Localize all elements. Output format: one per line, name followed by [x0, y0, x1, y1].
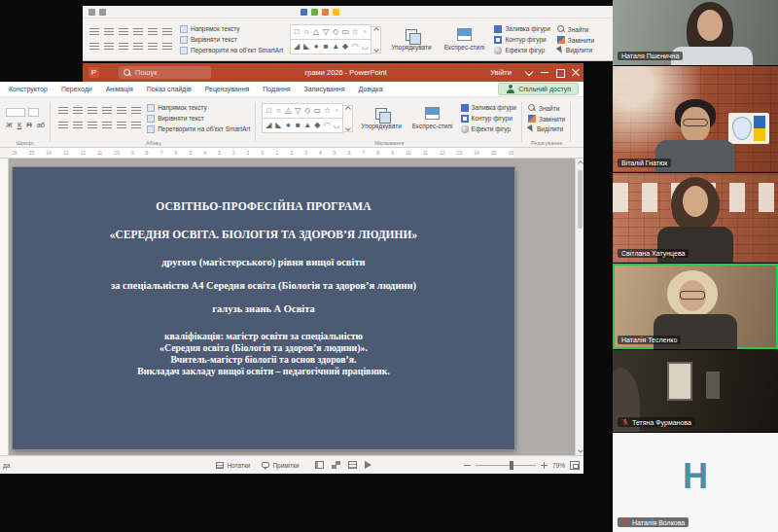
participant-tile[interactable]: Світлана Хатунцева — [613, 173, 778, 263]
shape-fill-button[interactable]: Заливка фігури — [494, 25, 549, 33]
convert-smartart-button[interactable]: Перетворити на об'єкт SmartArt — [180, 47, 283, 54]
shapes-scrollbar[interactable] — [343, 105, 353, 132]
shape-icon[interactable]: ☆ — [350, 26, 360, 38]
shapes-scrollbar[interactable] — [371, 26, 381, 53]
shape-icon[interactable]: ▭ — [340, 26, 350, 38]
shape-icon[interactable]: ◆ — [340, 41, 350, 53]
shape-icon[interactable]: ◣ — [301, 41, 311, 53]
zoom-out-icon[interactable] — [464, 465, 471, 466]
shape-icon[interactable]: ◢ — [292, 41, 301, 53]
shape-icon[interactable]: ◠ — [350, 41, 360, 53]
shape-icon[interactable]: ▲ — [302, 120, 312, 131]
slideshow-icon[interactable] — [365, 461, 371, 469]
ribbon-tab[interactable]: Конструктор — [2, 82, 54, 96]
shape-outline-button[interactable]: Контур фігури — [461, 115, 516, 123]
close-button[interactable] — [568, 63, 584, 82]
participant-tile[interactable]: Тетяна Фурманова — [613, 350, 778, 432]
ribbon-tab[interactable]: Подання — [256, 82, 297, 96]
fit-slide-icon[interactable] — [570, 461, 580, 470]
normal-view-icon[interactable] — [315, 461, 324, 469]
shape-icon[interactable]: ◣ — [273, 120, 283, 131]
convert-smartart-button[interactable]: Перетворити на об'єкт SmartArt — [147, 125, 250, 133]
select-button[interactable]: Виділити — [557, 47, 594, 53]
participant-tile[interactable]: Наталя Пшенична — [613, 0, 778, 65]
shape-icon[interactable]: △ — [311, 26, 321, 38]
shapes-gallery[interactable]: □○△▽◇▭☆◦ ◢◣●■▲◆◠◡ — [290, 24, 381, 54]
shape-effects-button[interactable]: Ефекти фігур — [494, 47, 549, 54]
font-format-button[interactable]: К — [18, 121, 21, 129]
shape-icon[interactable]: ◢ — [264, 120, 273, 131]
slide-canvas[interactable]: ОСВІТНЬО-ПРОФЕСІЙНА ПРОГРАМА «СЕРЕДНЯ ОС… — [13, 167, 514, 449]
ribbon-options-icon[interactable] — [521, 63, 537, 82]
quick-styles-button[interactable]: Експрес-стилі — [442, 28, 488, 51]
shape-icon[interactable]: ◠ — [322, 120, 332, 131]
share-button[interactable]: Спільний доступ — [498, 83, 579, 95]
font-format-button[interactable]: аб — [37, 121, 45, 129]
shape-icon[interactable]: ● — [311, 41, 321, 53]
shape-icon[interactable]: ◇ — [331, 26, 340, 38]
ribbon-tab[interactable]: Переходи — [54, 82, 99, 96]
search-box[interactable] — [119, 66, 211, 79]
participant-tile[interactable]: Віталій Гнатюк — [613, 66, 778, 172]
comments-toggle[interactable]: Примітки — [262, 462, 299, 469]
shape-icon[interactable]: ◦ — [360, 26, 370, 38]
arrange-button[interactable]: Упорядкувати — [388, 29, 434, 51]
shape-outline-button[interactable]: Контур фігури — [494, 36, 549, 44]
scroll-up-icon[interactable] — [578, 160, 584, 166]
shape-icon[interactable]: ◦ — [332, 105, 341, 117]
font-format-button[interactable]: Ж — [6, 121, 13, 129]
slide-sorter-icon[interactable] — [332, 461, 340, 469]
arrange-button[interactable]: Упорядкувати — [358, 108, 404, 129]
quick-styles-button[interactable]: Експрес-стилі — [409, 107, 456, 129]
replace-button[interactable]: Замінити — [528, 115, 565, 123]
restore-button[interactable] — [552, 63, 568, 82]
find-button[interactable]: Знайти — [557, 25, 594, 33]
shape-fill-button[interactable]: Заливка фігури — [461, 104, 516, 112]
shape-icon[interactable]: ▽ — [293, 105, 302, 117]
text-direction-button[interactable]: Напрямок тексту — [147, 104, 250, 112]
ribbon-tab[interactable]: Рецензування — [198, 82, 257, 96]
shape-icon[interactable]: ● — [283, 120, 293, 131]
shape-icon[interactable]: ▲ — [331, 41, 340, 53]
participant-tile[interactable]: Н Наталія Волкова — [613, 433, 778, 532]
shapes-gallery[interactable]: □○△▽◇▭☆◦ ◢◣●■▲◆◠◡ — [262, 103, 353, 133]
scroll-down-icon[interactable] — [578, 447, 584, 453]
font-name-box[interactable] — [6, 108, 25, 117]
shape-icon[interactable]: ■ — [293, 120, 302, 131]
ribbon-tab[interactable]: Довідка — [351, 82, 389, 96]
reading-view-icon[interactable] — [348, 461, 357, 469]
align-text-button[interactable]: Вирівняти текст — [180, 36, 283, 44]
shape-icon[interactable]: ○ — [273, 105, 283, 117]
notes-toggle[interactable]: Нотатки — [216, 462, 250, 469]
zoom-slider[interactable] — [476, 465, 536, 466]
shape-icon[interactable]: ◡ — [360, 41, 370, 53]
shape-icon[interactable]: ☆ — [322, 105, 332, 117]
zoom-in-icon[interactable] — [541, 462, 548, 469]
select-button[interactable]: Виділити — [528, 125, 565, 132]
zoom-slider-thumb[interactable] — [510, 461, 513, 470]
ribbon-tab[interactable]: Анімація — [99, 82, 140, 96]
sign-in-button[interactable]: Увійти — [490, 68, 512, 77]
font-size-box[interactable] — [28, 108, 39, 117]
search-input[interactable] — [135, 68, 203, 77]
ribbon-tab[interactable]: Показ слайдів — [140, 82, 198, 96]
shape-icon[interactable]: △ — [283, 105, 293, 117]
shape-icon[interactable]: ◇ — [302, 105, 312, 117]
shape-icon[interactable]: ■ — [321, 41, 331, 53]
minimize-button[interactable] — [537, 63, 552, 82]
shape-icon[interactable]: ▽ — [321, 26, 331, 38]
align-text-button[interactable]: Вирівняти текст — [147, 115, 250, 123]
shape-effects-button[interactable]: Ефекти фігур — [461, 125, 516, 133]
scrollbar-thumb[interactable] — [578, 170, 583, 229]
shape-icon[interactable]: ○ — [301, 26, 311, 38]
shape-icon[interactable]: ◆ — [312, 120, 322, 131]
shape-icon[interactable]: □ — [292, 26, 301, 38]
text-direction-button[interactable]: Напрямок тексту — [180, 25, 283, 33]
participant-tile-active-speaker[interactable]: Наталія Тесленко — [613, 264, 778, 349]
shape-icon[interactable]: ◡ — [332, 120, 341, 131]
replace-button[interactable]: Замінити — [557, 36, 594, 44]
shape-icon[interactable]: □ — [264, 105, 273, 117]
font-format-button[interactable]: П — [26, 121, 31, 129]
find-button[interactable]: Знайти — [528, 104, 565, 112]
shape-icon[interactable]: ▭ — [312, 105, 322, 117]
